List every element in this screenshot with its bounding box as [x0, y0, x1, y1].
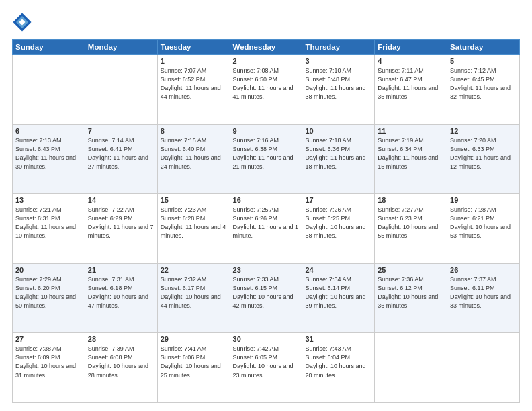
- page: SundayMondayTuesdayWednesdayThursdayFrid…: [0, 0, 532, 411]
- day-cell: 11Sunrise: 7:19 AM Sunset: 6:34 PM Dayli…: [375, 124, 447, 194]
- day-number: 11: [378, 127, 444, 135]
- weekday-header-row: SundayMondayTuesdayWednesdayThursdayFrid…: [13, 40, 520, 55]
- day-number: 16: [233, 196, 300, 204]
- day-info: Sunrise: 7:13 AM Sunset: 6:43 PM Dayligh…: [15, 136, 82, 171]
- day-info: Sunrise: 7:07 AM Sunset: 6:52 PM Dayligh…: [161, 66, 227, 101]
- calendar-table: SundayMondayTuesdayWednesdayThursdayFrid…: [12, 39, 520, 403]
- weekday-header-wednesday: Wednesday: [230, 40, 302, 55]
- day-cell: 30Sunrise: 7:42 AM Sunset: 6:05 PM Dayli…: [230, 333, 302, 403]
- day-cell: 2Sunrise: 7:08 AM Sunset: 6:50 PM Daylig…: [230, 55, 302, 125]
- day-cell: 26Sunrise: 7:37 AM Sunset: 6:11 PM Dayli…: [447, 263, 520, 333]
- weekday-header-monday: Monday: [85, 40, 157, 55]
- day-number: 10: [305, 127, 371, 135]
- day-number: 12: [450, 127, 517, 135]
- day-cell: 13Sunrise: 7:21 AM Sunset: 6:31 PM Dayli…: [13, 194, 85, 264]
- week-row-4: 20Sunrise: 7:29 AM Sunset: 6:20 PM Dayli…: [13, 263, 520, 333]
- day-info: Sunrise: 7:26 AM Sunset: 6:25 PM Dayligh…: [305, 205, 371, 240]
- day-number: 20: [15, 266, 82, 274]
- day-cell: [13, 55, 85, 125]
- day-info: Sunrise: 7:39 AM Sunset: 6:08 PM Dayligh…: [88, 345, 154, 379]
- day-cell: [375, 333, 447, 403]
- day-info: Sunrise: 7:11 AM Sunset: 6:47 PM Dayligh…: [378, 66, 444, 101]
- day-cell: 7Sunrise: 7:14 AM Sunset: 6:41 PM Daylig…: [85, 124, 157, 194]
- day-info: Sunrise: 7:25 AM Sunset: 6:26 PM Dayligh…: [233, 205, 300, 240]
- logo-icon: [12, 12, 32, 32]
- day-info: Sunrise: 7:19 AM Sunset: 6:34 PM Dayligh…: [378, 136, 444, 171]
- logo: [12, 12, 35, 32]
- day-cell: 3Sunrise: 7:10 AM Sunset: 6:48 PM Daylig…: [302, 55, 375, 125]
- day-cell: 27Sunrise: 7:38 AM Sunset: 6:09 PM Dayli…: [13, 333, 85, 403]
- day-number: 19: [450, 196, 517, 204]
- day-info: Sunrise: 7:36 AM Sunset: 6:12 PM Dayligh…: [378, 275, 444, 310]
- day-cell: [85, 55, 157, 125]
- day-number: 1: [161, 57, 227, 65]
- day-number: 3: [305, 57, 371, 65]
- day-info: Sunrise: 7:22 AM Sunset: 6:29 PM Dayligh…: [88, 205, 154, 240]
- day-info: Sunrise: 7:27 AM Sunset: 6:23 PM Dayligh…: [378, 205, 444, 240]
- header: [12, 12, 520, 32]
- day-cell: 25Sunrise: 7:36 AM Sunset: 6:12 PM Dayli…: [375, 263, 447, 333]
- day-cell: 16Sunrise: 7:25 AM Sunset: 6:26 PM Dayli…: [230, 194, 302, 264]
- day-number: 21: [88, 266, 154, 274]
- day-info: Sunrise: 7:14 AM Sunset: 6:41 PM Dayligh…: [88, 136, 154, 171]
- day-cell: 28Sunrise: 7:39 AM Sunset: 6:08 PM Dayli…: [85, 333, 157, 403]
- day-cell: 20Sunrise: 7:29 AM Sunset: 6:20 PM Dayli…: [13, 263, 85, 333]
- day-cell: 17Sunrise: 7:26 AM Sunset: 6:25 PM Dayli…: [302, 194, 375, 264]
- week-row-2: 6Sunrise: 7:13 AM Sunset: 6:43 PM Daylig…: [13, 124, 520, 194]
- day-info: Sunrise: 7:42 AM Sunset: 6:05 PM Dayligh…: [233, 345, 300, 379]
- day-cell: 31Sunrise: 7:43 AM Sunset: 6:04 PM Dayli…: [302, 333, 375, 403]
- day-number: 7: [88, 127, 154, 135]
- week-row-5: 27Sunrise: 7:38 AM Sunset: 6:09 PM Dayli…: [13, 333, 520, 403]
- day-info: Sunrise: 7:33 AM Sunset: 6:15 PM Dayligh…: [233, 275, 300, 310]
- day-cell: [447, 333, 520, 403]
- day-info: Sunrise: 7:21 AM Sunset: 6:31 PM Dayligh…: [15, 205, 82, 240]
- day-info: Sunrise: 7:41 AM Sunset: 6:06 PM Dayligh…: [161, 345, 227, 379]
- day-cell: 12Sunrise: 7:20 AM Sunset: 6:33 PM Dayli…: [447, 124, 520, 194]
- day-number: 29: [161, 335, 227, 343]
- weekday-header-friday: Friday: [375, 40, 447, 55]
- day-cell: 23Sunrise: 7:33 AM Sunset: 6:15 PM Dayli…: [230, 263, 302, 333]
- weekday-header-sunday: Sunday: [13, 40, 85, 55]
- day-number: 26: [450, 266, 517, 274]
- weekday-header-tuesday: Tuesday: [157, 40, 230, 55]
- day-info: Sunrise: 7:23 AM Sunset: 6:28 PM Dayligh…: [161, 205, 227, 240]
- day-info: Sunrise: 7:18 AM Sunset: 6:36 PM Dayligh…: [305, 136, 371, 171]
- day-cell: 8Sunrise: 7:15 AM Sunset: 6:40 PM Daylig…: [157, 124, 230, 194]
- day-info: Sunrise: 7:32 AM Sunset: 6:17 PM Dayligh…: [161, 275, 227, 310]
- day-number: 18: [378, 196, 444, 204]
- day-number: 23: [233, 266, 300, 274]
- day-info: Sunrise: 7:10 AM Sunset: 6:48 PM Dayligh…: [305, 66, 371, 101]
- day-info: Sunrise: 7:43 AM Sunset: 6:04 PM Dayligh…: [305, 345, 371, 379]
- day-cell: 19Sunrise: 7:28 AM Sunset: 6:21 PM Dayli…: [447, 194, 520, 264]
- day-info: Sunrise: 7:15 AM Sunset: 6:40 PM Dayligh…: [161, 136, 227, 171]
- day-cell: 21Sunrise: 7:31 AM Sunset: 6:18 PM Dayli…: [85, 263, 157, 333]
- day-cell: 4Sunrise: 7:11 AM Sunset: 6:47 PM Daylig…: [375, 55, 447, 125]
- day-number: 8: [161, 127, 227, 135]
- day-info: Sunrise: 7:28 AM Sunset: 6:21 PM Dayligh…: [450, 205, 517, 240]
- day-info: Sunrise: 7:37 AM Sunset: 6:11 PM Dayligh…: [450, 275, 517, 310]
- weekday-header-saturday: Saturday: [447, 40, 520, 55]
- day-cell: 9Sunrise: 7:16 AM Sunset: 6:38 PM Daylig…: [230, 124, 302, 194]
- day-info: Sunrise: 7:08 AM Sunset: 6:50 PM Dayligh…: [233, 66, 300, 101]
- day-number: 14: [88, 196, 154, 204]
- day-number: 6: [15, 127, 82, 135]
- day-number: 28: [88, 335, 154, 343]
- day-cell: 5Sunrise: 7:12 AM Sunset: 6:45 PM Daylig…: [447, 55, 520, 125]
- day-cell: 10Sunrise: 7:18 AM Sunset: 6:36 PM Dayli…: [302, 124, 375, 194]
- day-number: 27: [15, 335, 82, 343]
- week-row-1: 1Sunrise: 7:07 AM Sunset: 6:52 PM Daylig…: [13, 55, 520, 125]
- day-info: Sunrise: 7:31 AM Sunset: 6:18 PM Dayligh…: [88, 275, 154, 310]
- day-number: 9: [233, 127, 300, 135]
- day-number: 17: [305, 196, 371, 204]
- day-number: 25: [378, 266, 444, 274]
- day-number: 5: [450, 57, 517, 65]
- day-number: 4: [378, 57, 444, 65]
- day-cell: 14Sunrise: 7:22 AM Sunset: 6:29 PM Dayli…: [85, 194, 157, 264]
- day-number: 24: [305, 266, 371, 274]
- day-info: Sunrise: 7:34 AM Sunset: 6:14 PM Dayligh…: [305, 275, 371, 310]
- day-info: Sunrise: 7:38 AM Sunset: 6:09 PM Dayligh…: [15, 345, 82, 379]
- weekday-header-thursday: Thursday: [302, 40, 375, 55]
- day-number: 31: [305, 335, 371, 343]
- day-info: Sunrise: 7:29 AM Sunset: 6:20 PM Dayligh…: [15, 275, 82, 310]
- day-cell: 1Sunrise: 7:07 AM Sunset: 6:52 PM Daylig…: [157, 55, 230, 125]
